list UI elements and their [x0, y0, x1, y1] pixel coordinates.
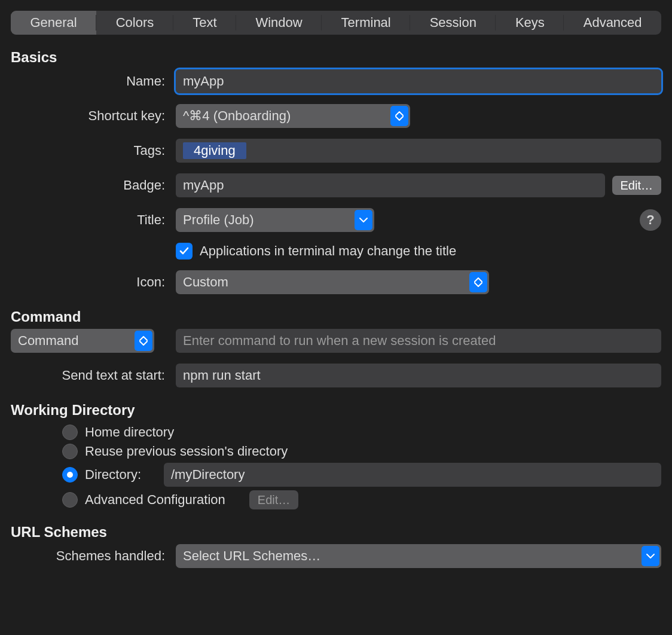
icon-label: Icon: — [11, 274, 166, 290]
shortcut-value: ^⌘4 (Onboarding) — [183, 108, 291, 124]
send-text-label: Send text at start: — [11, 368, 166, 383]
badge-input[interactable]: myApp — [176, 173, 605, 197]
command-input[interactable]: Enter command to run when a new session … — [176, 329, 661, 353]
section-url-schemes-title: URL Schemes — [11, 524, 661, 541]
title-label: Title: — [11, 212, 166, 228]
command-mode-value: Command — [18, 333, 78, 349]
tags-label: Tags: — [11, 143, 166, 158]
radio-home-directory-label: Home directory — [85, 425, 174, 440]
shortcut-label: Shortcut key: — [11, 108, 166, 124]
preferences-tabbar: General Colors Text Window Terminal Sess… — [11, 11, 661, 35]
chevron-down-icon — [355, 210, 372, 230]
tab-advanced[interactable]: Advanced — [564, 11, 661, 35]
badge-label: Badge: — [11, 178, 166, 193]
radio-reuse-previous-label: Reuse previous session's directory — [85, 444, 288, 459]
radio-advanced-config-label: Advanced Configuration — [85, 492, 225, 508]
section-basics-title: Basics — [11, 49, 661, 66]
tab-session[interactable]: Session — [410, 11, 496, 35]
title-popup-value: Profile (Job) — [183, 212, 254, 228]
icon-popup-value: Custom — [183, 274, 228, 290]
name-input[interactable]: myApp — [176, 69, 661, 93]
send-text-input[interactable]: npm run start — [176, 364, 661, 387]
chevron-down-icon — [642, 546, 659, 566]
radio-reuse-previous[interactable] — [62, 444, 78, 459]
tab-keys[interactable]: Keys — [496, 11, 564, 35]
directory-input[interactable]: /myDirectory — [164, 463, 661, 487]
schemes-handled-value: Select URL Schemes… — [183, 548, 320, 564]
directory-input-value: /myDirectory — [171, 467, 245, 483]
name-label: Name: — [11, 74, 166, 89]
radio-advanced-config[interactable] — [62, 492, 78, 508]
badge-input-value: myApp — [183, 178, 224, 193]
radio-directory[interactable] — [62, 467, 78, 483]
tab-text[interactable]: Text — [173, 11, 236, 35]
advanced-config-edit-button[interactable]: Edit… — [249, 490, 298, 509]
schemes-handled-popup[interactable]: Select URL Schemes… — [176, 544, 661, 568]
updown-icon — [469, 272, 487, 292]
updown-icon — [390, 106, 408, 126]
command-input-placeholder: Enter command to run when a new session … — [183, 333, 496, 349]
tab-colors[interactable]: Colors — [96, 11, 173, 35]
radio-directory-label: Directory: — [85, 467, 157, 483]
updown-icon — [135, 331, 152, 351]
tag-chip[interactable]: 4giving — [183, 142, 246, 159]
command-mode-popup[interactable]: Command — [11, 329, 154, 353]
title-help-button[interactable]: ? — [640, 209, 661, 231]
shortcut-popup[interactable]: ^⌘4 (Onboarding) — [176, 104, 410, 128]
radio-home-directory[interactable] — [62, 425, 78, 440]
tab-window[interactable]: Window — [236, 11, 322, 35]
title-popup[interactable]: Profile (Job) — [176, 208, 374, 232]
section-working-dir-title: Working Directory — [11, 402, 661, 419]
check-icon — [179, 246, 190, 257]
title-change-checkbox[interactable] — [176, 243, 193, 260]
badge-edit-button[interactable]: Edit… — [612, 176, 661, 195]
tab-general[interactable]: General — [11, 11, 96, 35]
name-input-value: myApp — [183, 74, 224, 89]
schemes-handled-label: Schemes handled: — [11, 548, 166, 564]
tab-terminal[interactable]: Terminal — [322, 11, 410, 35]
icon-popup[interactable]: Custom — [176, 270, 489, 294]
send-text-input-value: npm run start — [183, 368, 261, 383]
tags-input[interactable]: 4giving — [176, 139, 661, 163]
title-change-checkbox-label: Applications in terminal may change the … — [200, 243, 456, 259]
section-command-title: Command — [11, 309, 661, 325]
